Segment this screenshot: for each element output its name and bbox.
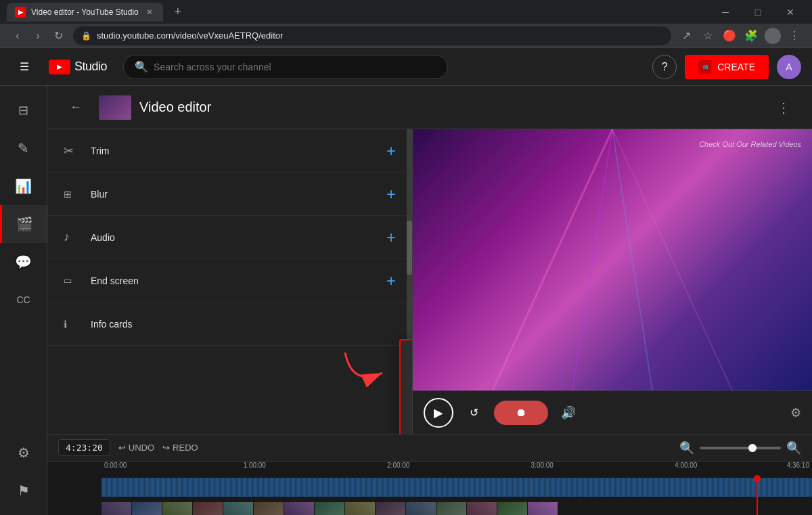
user-avatar[interactable]: A	[777, 55, 801, 79]
scrollbar-thumb[interactable]	[407, 221, 412, 275]
tool-trim[interactable]: ✂ Trim +	[47, 129, 412, 173]
video-thumbnail	[99, 95, 131, 120]
volume-button[interactable]: 🔊	[556, 401, 581, 425]
search-input[interactable]	[154, 62, 436, 72]
header-actions: ? 📹 CREATE A	[652, 55, 801, 79]
sidebar-item-feedback[interactable]: ⚑	[0, 472, 47, 510]
timeline-content: 0:00:00 1:00:00 2:00:00 3:00:00 4:00:00 …	[47, 462, 812, 515]
search-bar[interactable]: 🔍	[123, 55, 448, 79]
forward-nav-button[interactable]: ›	[28, 26, 47, 45]
window-controls: ─ □ ✕	[710, 3, 805, 22]
blur-label: Blur	[91, 189, 386, 200]
playhead[interactable]	[757, 475, 758, 515]
browser-menu-button[interactable]: ⋮	[785, 26, 804, 45]
ruler-mark-3: 3:00:00	[470, 462, 614, 475]
ruler-mark-0: 0:00:00	[102, 462, 183, 475]
dashboard-icon: ⊟	[18, 103, 28, 118]
settings-icon: ⚙	[18, 445, 30, 461]
redo-button[interactable]: ↪ REDO	[162, 443, 198, 453]
preview-panel: Check Out Our Related Videos ▶ ↺ ⏺ 🔊 ⚙	[413, 129, 812, 434]
maximize-button[interactable]: □	[743, 3, 773, 22]
video-thumb-3	[162, 502, 192, 515]
yt-studio-header: ☰ Studio 🔍 ? 📹 CREATE A	[0, 48, 812, 86]
hamburger-menu-button[interactable]: ☰	[11, 53, 38, 81]
url-bar[interactable]: 🔒 studio.youtube.com/video/veVxeuAETRQ/e…	[73, 26, 671, 45]
video-thumb-1	[102, 502, 131, 515]
menu-item-apply-template[interactable]: Apply template	[401, 346, 413, 370]
tool-end-screen[interactable]: ▭ End screen +	[47, 259, 412, 303]
svg-line-3	[612, 129, 652, 390]
zoom-thumb[interactable]	[748, 444, 757, 452]
record-button[interactable]: ⏺	[494, 401, 548, 425]
browser-tab[interactable]: ▶ Video editor - YouTube Studio ✕	[7, 3, 163, 22]
video-preview: Check Out Our Related Videos	[413, 129, 812, 390]
sidebar-item-settings[interactable]: ⚙	[0, 434, 47, 472]
profile-menu-button[interactable]	[763, 26, 782, 45]
zoom-slider[interactable]	[700, 447, 781, 449]
sidebar: ⊟ ✎ 📊 🎬 💬 CC ⚙ ⚑	[0, 86, 47, 515]
audio-track-content	[102, 478, 812, 497]
back-nav-button[interactable]: ‹	[8, 26, 27, 45]
video-track-row: 🎥	[47, 499, 812, 515]
video-thumb-2	[132, 502, 162, 515]
video-thumb-13	[467, 502, 497, 515]
sidebar-item-dashboard[interactable]: ⊟	[0, 91, 47, 129]
comments-icon: 💬	[15, 254, 32, 270]
video-settings-button[interactable]: ⚙	[790, 405, 801, 420]
play-button[interactable]: ▶	[424, 398, 453, 428]
tool-blur[interactable]: ⊞ Blur +	[47, 173, 412, 216]
back-button[interactable]: ←	[64, 95, 88, 120]
yt-logo[interactable]: Studio	[49, 60, 107, 74]
create-button[interactable]: 📹 CREATE	[685, 55, 769, 79]
video-thumb-12	[436, 502, 466, 515]
create-label: CREATE	[717, 62, 755, 72]
video-thumb-last	[528, 502, 558, 515]
help-button[interactable]: ?	[652, 55, 677, 79]
sidebar-item-comments[interactable]: 💬	[0, 243, 47, 281]
reload-button[interactable]: ↻	[49, 26, 68, 45]
end-screen-label: End screen	[91, 275, 386, 286]
audio-add-button[interactable]: +	[386, 228, 396, 247]
undo-button[interactable]: ↩ UNDO	[118, 443, 154, 453]
video-thumb-10	[376, 502, 405, 515]
tab-favicon: ▶	[15, 7, 26, 18]
menu-item-video[interactable]: Video	[401, 370, 413, 395]
tab-title: Video editor - YouTube Studio	[31, 7, 139, 17]
blur-add-button[interactable]: +	[386, 185, 396, 204]
extensions-button[interactable]: 🧩	[742, 26, 761, 45]
feedback-icon: ⚑	[18, 483, 30, 499]
zoom-out-button[interactable]: 🔍	[679, 441, 694, 455]
video-controls: ▶ ↺ ⏺ 🔊 ⚙	[413, 390, 812, 434]
tool-audio[interactable]: ♪ Audio +	[47, 216, 412, 259]
rewind-button[interactable]: ↺	[461, 401, 486, 425]
trim-add-button[interactable]: +	[386, 141, 396, 160]
tool-info-cards[interactable]: ℹ Info cards	[47, 303, 412, 346]
close-button[interactable]: ✕	[775, 3, 805, 22]
video-background	[413, 129, 812, 390]
video-thumb-7	[284, 502, 314, 515]
sidebar-item-analytics[interactable]: 📊	[0, 167, 47, 205]
menu-item-subscribe[interactable]: Subscribe	[401, 419, 413, 434]
tab-close-button[interactable]: ✕	[144, 7, 155, 18]
minimize-button[interactable]: ─	[710, 3, 740, 22]
extension-icon[interactable]: 🔴	[720, 26, 739, 45]
video-thumb-8	[315, 502, 344, 515]
share-icon[interactable]: ↗	[677, 26, 696, 45]
zoom-in-button[interactable]: 🔍	[786, 441, 801, 455]
editor-icon: 🎬	[16, 216, 33, 232]
undo-label: UNDO	[129, 443, 154, 453]
time-display: 4:23:20	[58, 439, 110, 456]
sidebar-item-editor[interactable]: 🎬	[0, 205, 47, 243]
end-screen-add-button[interactable]: +	[386, 271, 396, 290]
menu-item-playlist[interactable]: Playlist	[401, 395, 413, 419]
main-layout: ⊟ ✎ 📊 🎬 💬 CC ⚙ ⚑ ←	[0, 86, 812, 515]
more-options-button[interactable]: ⋮	[771, 95, 796, 120]
timeline-toolbar: 4:23:20 ↩ UNDO ↪ REDO 🔍 �	[47, 434, 812, 462]
sidebar-item-content[interactable]: ✎	[0, 129, 47, 167]
editor-layout: ✂ Trim + ⊞ Blur + ♪ Audio + ▭ End screen	[47, 129, 812, 434]
audio-icon: ♪	[64, 230, 85, 244]
new-tab-button[interactable]: +	[168, 3, 187, 22]
sidebar-item-subtitles[interactable]: CC	[0, 281, 47, 319]
bookmark-icon[interactable]: ☆	[698, 26, 717, 45]
edit-icon: ✎	[18, 140, 29, 156]
